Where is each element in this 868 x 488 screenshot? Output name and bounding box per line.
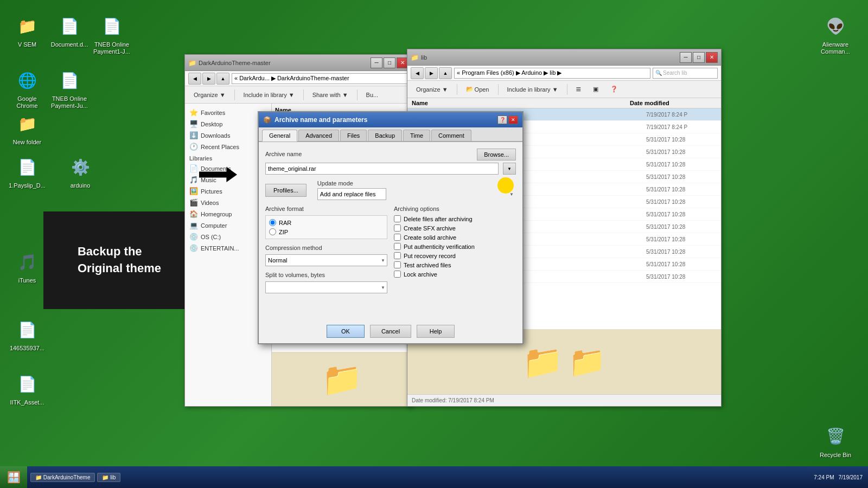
cb-create-sfx[interactable]: Create SFX archive: [394, 224, 516, 232]
radio-rar-input[interactable]: [269, 219, 276, 226]
cb-solid-label: Create solid archive: [404, 234, 456, 241]
radio-zip[interactable]: ZIP: [269, 228, 384, 235]
explorer1-maximize-btn[interactable]: □: [384, 57, 395, 68]
taskbar-item-explorer1[interactable]: 📁 DarkArduinoTheme: [30, 473, 95, 482]
cb-lock-archive[interactable]: Lock archive: [394, 271, 516, 278]
cb-delete-files[interactable]: Delete files after archiving: [394, 215, 516, 222]
tab-comment[interactable]: Comment: [431, 130, 471, 141]
dialog-help-icon-btn[interactable]: ❓: [497, 115, 507, 124]
help-button[interactable]: Help: [417, 325, 455, 338]
desktop-icon-iitk[interactable]: 📄 IITK_Asset...: [5, 369, 49, 408]
explorer2-path[interactable]: « Program Files (x86) ▶ Arduino ▶ lib ▶: [454, 68, 650, 79]
radio-rar[interactable]: RAR: [269, 219, 384, 226]
archive-name-label: Archive name: [265, 151, 302, 157]
cb-authenticity[interactable]: Put authenticity verification: [394, 243, 516, 250]
cb-authenticity-input[interactable]: [394, 243, 401, 250]
dialog-close-btn[interactable]: ✕: [508, 115, 518, 124]
tneb2-label: TNEB Online Payment-Ju...: [50, 95, 89, 110]
explorer2-back-btn[interactable]: ◀: [411, 67, 424, 79]
explorer2-open-btn[interactable]: 📂 Open: [462, 84, 494, 94]
taskbar-item-explorer2[interactable]: 📁 lib: [97, 473, 120, 482]
desktop-icon-recycle[interactable]: 🗑️ Recycle Bin: [814, 421, 857, 461]
radio-zip-input[interactable]: [269, 228, 276, 235]
explorer1-back-btn[interactable]: ◀: [188, 73, 201, 85]
explorer1-include-library-btn[interactable]: Include in library ▼: [239, 90, 299, 100]
update-mode-select-wrapper: Add and replace files: [317, 188, 516, 200]
cb-solid-archive[interactable]: Create solid archive: [394, 234, 516, 241]
explorer1-share-btn[interactable]: Share with ▼: [308, 90, 353, 100]
tneb2-icon: 📄: [56, 67, 82, 93]
update-mode-select[interactable]: Add and replace files: [317, 188, 386, 200]
explorer2-close-btn[interactable]: ✕: [706, 52, 718, 63]
desktop-icon-alienware[interactable]: 👽 AlienwareComman...: [814, 11, 857, 57]
explorer2-up-btn[interactable]: ▲: [439, 67, 452, 79]
cb-recovery[interactable]: Put recovery record: [394, 252, 516, 259]
tab-general[interactable]: General: [262, 130, 297, 142]
desktop-icon-payslip[interactable]: 📄 1.Payslip_D...: [5, 152, 49, 191]
tab-time[interactable]: Time: [403, 130, 430, 141]
file-date-kbridge: 5/31/2017 10:28: [646, 274, 717, 280]
compression-select[interactable]: Normal: [265, 254, 387, 266]
explorer2-layout-btn[interactable]: ▣: [589, 84, 603, 94]
entertain-icon: 💿: [189, 244, 198, 252]
desktop-icon-146[interactable]: 📄 146535937...: [5, 314, 49, 354]
explorer1-path[interactable]: « DarkArdu... ▶ DarkArduinoTheme-master: [232, 73, 409, 84]
explorer1-up-btn[interactable]: ▲: [216, 73, 229, 85]
explorer2-forward-btn[interactable]: ▶: [425, 67, 438, 79]
arduino-label: arduino: [71, 182, 91, 189]
pictures-icon: 🖼️: [189, 187, 198, 195]
taskbar-items: 📁 DarkArduinoTheme 📁 lib: [27, 473, 808, 482]
archive-name-input-row: ▼: [265, 163, 516, 175]
explorer2-maximize-btn[interactable]: □: [693, 52, 705, 63]
split-select[interactable]: [265, 281, 387, 293]
nav-homegroup-label: Homegroup: [201, 211, 232, 217]
format-options-row: Archive format RAR ZIP Compression: [265, 206, 516, 293]
explorer1-organize-btn[interactable]: Organize ▼: [189, 90, 230, 100]
cb-delete-files-input[interactable]: [394, 215, 401, 222]
desktop-icon-tneb2[interactable]: 📄 TNEB Online Payment-Ju...: [48, 65, 91, 112]
cancel-button[interactable]: Cancel: [370, 325, 411, 338]
desktop-icon-itunes[interactable]: 🎵 iTunes: [5, 247, 49, 286]
cb-recovery-input[interactable]: [394, 252, 401, 259]
explorer1-bottom-folders: 📁: [272, 352, 412, 406]
explorer1-burn-btn[interactable]: Bu...: [362, 90, 383, 100]
explorer2-status: Date modified: 7/19/2017 8:24 PM: [407, 394, 721, 406]
explorer2-minimize-btn[interactable]: ─: [680, 52, 692, 63]
ok-button[interactable]: OK: [327, 325, 365, 338]
cb-lock-input[interactable]: [394, 271, 401, 278]
desktop-icon-vsem[interactable]: 📁 V SEM: [5, 11, 49, 50]
chrome-label: Google Chrome: [8, 95, 47, 110]
desktop-icon-chrome[interactable]: 🌐 Google Chrome: [5, 65, 49, 112]
tab-files[interactable]: Files: [340, 130, 367, 141]
cb-test-archived[interactable]: Test archived files: [394, 261, 516, 268]
archive-dropdown-btn[interactable]: ▼: [503, 163, 516, 175]
archive-name-input[interactable]: [265, 163, 499, 175]
explorer1-forward-btn[interactable]: ▶: [202, 73, 215, 85]
tab-backup[interactable]: Backup: [368, 130, 402, 141]
cb-create-sfx-input[interactable]: [394, 224, 401, 232]
cb-delete-files-label: Delete files after archiving: [404, 216, 473, 222]
cb-solid-input[interactable]: [394, 234, 401, 241]
explorer2-organize-btn[interactable]: Organize ▼: [412, 85, 452, 94]
browse-button[interactable]: Browse...: [477, 149, 516, 160]
desktop-icon-arduino[interactable]: ⚙️ arduino: [59, 152, 102, 191]
explorer2-view-btn[interactable]: ≡: [572, 83, 585, 96]
explorer2-search[interactable]: 🔍 Search lib: [653, 68, 718, 79]
open-folder-icon: 📂: [466, 86, 474, 93]
explorer2-path-text: « Program Files (x86) ▶ Arduino ▶ lib ▶: [457, 69, 561, 76]
exp2-folder-2: 📁: [569, 344, 606, 380]
explorer2-help-btn[interactable]: ❓: [606, 84, 622, 94]
start-button[interactable]: 🪟: [0, 466, 27, 488]
desktop-icon-tneb1[interactable]: 📄 TNEB Online Payment1-J...: [90, 11, 133, 57]
archive-format-col: Archive format RAR ZIP Compression: [265, 206, 387, 293]
nav-videos-label: Videos: [201, 200, 219, 206]
tab-advanced[interactable]: Advanced: [298, 130, 339, 141]
desktop-icon-document[interactable]: 📄 Document.d...: [48, 11, 91, 50]
explorer2-include-library-btn[interactable]: Include in library ▼: [503, 85, 563, 94]
explorer2-status-text: Date modified: 7/19/2017 8:24 PM: [412, 397, 494, 403]
arduino-icon: ⚙️: [67, 154, 93, 180]
desktop-icon-new-folder[interactable]: 📁 New folder: [5, 108, 49, 148]
profiles-button[interactable]: Profiles...: [265, 184, 307, 197]
explorer1-minimize-btn[interactable]: ─: [371, 57, 382, 68]
cb-test-input[interactable]: [394, 261, 401, 268]
